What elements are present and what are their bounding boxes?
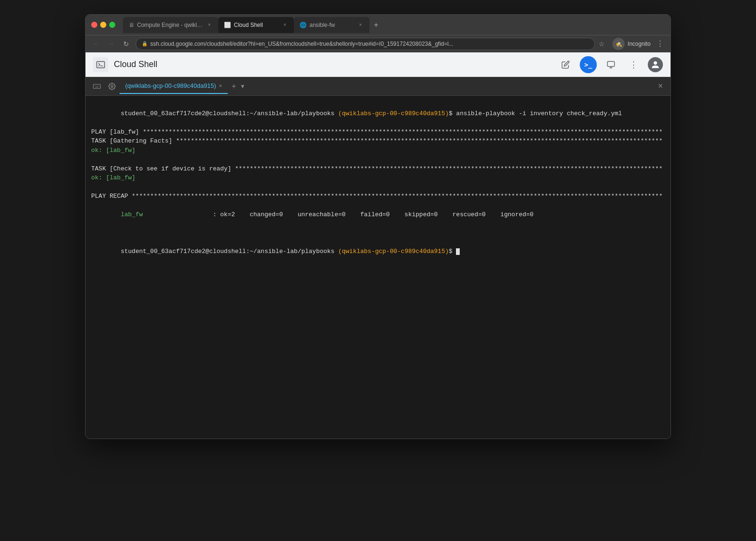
term-recap-stats: : ok=2 changed=0 unreachable=0 failed=0 … <box>143 211 533 218</box>
term-cursor <box>456 248 460 255</box>
terminal-tab-label: (qwiklabs-gcp-00-c989c40da915) <box>125 82 216 89</box>
close-button[interactable] <box>91 22 97 28</box>
term-project-1: (qwiklabs-gcp-00-c989c40da915) <box>338 110 449 117</box>
tab3-label: ansible-fw <box>309 22 335 28</box>
address-input[interactable]: 🔒 ssh.cloud.google.com/cloudshell/editor… <box>136 38 595 50</box>
term-recap-host: lab_fw <box>120 211 143 218</box>
tab1-icon: 🖥 <box>129 22 134 28</box>
term-project-final: (qwiklabs-gcp-00-c989c40da915) <box>338 248 449 255</box>
browser-window: 🖥 Compute Engine - qwiklabs-g... × ⬜ Clo… <box>85 14 671 439</box>
terminal-tab-active[interactable]: (qwiklabs-gcp-00-c989c40da915) × <box>120 79 228 94</box>
close-terminal-button[interactable]: × <box>654 79 667 93</box>
term-line-final: student_00_63acf717cde2@cloudshell:~/ans… <box>91 238 665 266</box>
term-line-ok1: ok: [lab_fw] <box>91 146 665 155</box>
term-line-task2: TASK [Check to see if device is ready] *… <box>91 164 665 174</box>
term-path-1: student_00_63acf717cde2@cloudshell:~/ans… <box>120 110 338 117</box>
incognito-icon: 🕵 <box>612 38 625 50</box>
more-options-button[interactable]: ⋮ <box>625 56 642 73</box>
incognito-label: Incognito <box>627 41 651 47</box>
more-menu-icon[interactable]: ⋮ <box>654 37 666 50</box>
term-line-task1: TASK [Gathering Facts] *****************… <box>91 136 665 146</box>
avatar[interactable] <box>648 57 663 72</box>
term-line-play: PLAY [lab_fw] **************************… <box>91 127 665 137</box>
svg-rect-2 <box>94 84 101 88</box>
svg-point-3 <box>111 85 113 87</box>
keyboard-button[interactable] <box>89 79 104 94</box>
term-line-blank1 <box>91 155 665 164</box>
term-line-blank2 <box>91 183 665 192</box>
tab2-label: Cloud Shell <box>234 22 263 28</box>
tabs-bar: 🖥 Compute Engine - qwiklabs-g... × ⬜ Clo… <box>123 15 665 35</box>
tab3-close[interactable]: × <box>357 22 364 28</box>
term-line-recap-data: lab_fw : ok=2 changed=0 unreachable=0 fa… <box>91 201 665 229</box>
term-line-recap-stars: PLAY RECAP *****************************… <box>91 192 665 201</box>
camera-button[interactable] <box>602 56 619 73</box>
svg-rect-1 <box>608 61 615 67</box>
tab2-icon: ⬜ <box>224 22 231 28</box>
term-dollar-final: $ <box>449 248 456 255</box>
app-area: Cloud Shell >_ ⋮ <box>86 52 670 439</box>
term-dollar-1: $ ansible-playbook -i inventory check_re… <box>449 110 622 117</box>
terminal-tabbar: (qwiklabs-gcp-00-c989c40da915) × + ▼ × <box>86 77 670 96</box>
new-tab-button[interactable]: + <box>369 18 383 32</box>
tab2-close[interactable]: × <box>282 22 288 28</box>
address-text: ssh.cloud.google.com/cloudshell/editor?h… <box>150 41 453 47</box>
reload-button[interactable]: ↻ <box>120 38 132 50</box>
address-bar: ← → ↻ 🔒 ssh.cloud.google.com/cloudshell/… <box>86 35 670 52</box>
add-terminal-button[interactable]: + <box>228 82 240 91</box>
title-bar: 🖥 Compute Engine - qwiklabs-g... × ⬜ Clo… <box>86 15 670 35</box>
browser-tab-3[interactable]: 🌐 ansible-fw × <box>294 17 369 33</box>
minimize-button[interactable] <box>100 22 106 28</box>
browser-tab-2[interactable]: ⬜ Cloud Shell × <box>218 17 294 33</box>
term-path-final: student_00_63acf717cde2@cloudshell:~/ans… <box>120 248 338 255</box>
tab1-label: Compute Engine - qwiklabs-g... <box>137 22 203 28</box>
edit-button[interactable] <box>557 56 574 73</box>
terminal-dropdown-icon[interactable]: ▼ <box>240 83 246 90</box>
svg-rect-0 <box>97 61 105 68</box>
cloudshell-logo <box>93 57 108 72</box>
term-line-1: student_00_63acf717cde2@cloudshell:~/ans… <box>91 100 665 127</box>
traffic-lights <box>91 22 115 28</box>
browser-tab-1[interactable]: 🖥 Compute Engine - qwiklabs-g... × <box>123 17 218 33</box>
term-line-ok2: ok: [lab_fw] <box>91 173 665 183</box>
terminal-content[interactable]: student_00_63acf717cde2@cloudshell:~/ans… <box>86 96 670 439</box>
forward-button[interactable]: → <box>105 38 117 50</box>
lock-icon: 🔒 <box>142 41 147 46</box>
tab1-close[interactable]: × <box>206 22 213 28</box>
cloudshell-header: Cloud Shell >_ ⋮ <box>86 52 670 77</box>
incognito-area: 🕵 Incognito <box>612 38 651 50</box>
tab3-icon: 🌐 <box>300 22 307 28</box>
cloudshell-title: Cloud Shell <box>114 59 157 69</box>
settings-button[interactable] <box>104 79 120 94</box>
maximize-button[interactable] <box>109 22 115 28</box>
terminal-tab-close-icon[interactable]: × <box>219 83 222 89</box>
back-button[interactable]: ← <box>90 38 102 50</box>
term-line-blank3 <box>91 228 665 238</box>
terminal-button[interactable]: >_ <box>580 56 597 73</box>
star-icon[interactable]: ☆ <box>599 40 605 48</box>
